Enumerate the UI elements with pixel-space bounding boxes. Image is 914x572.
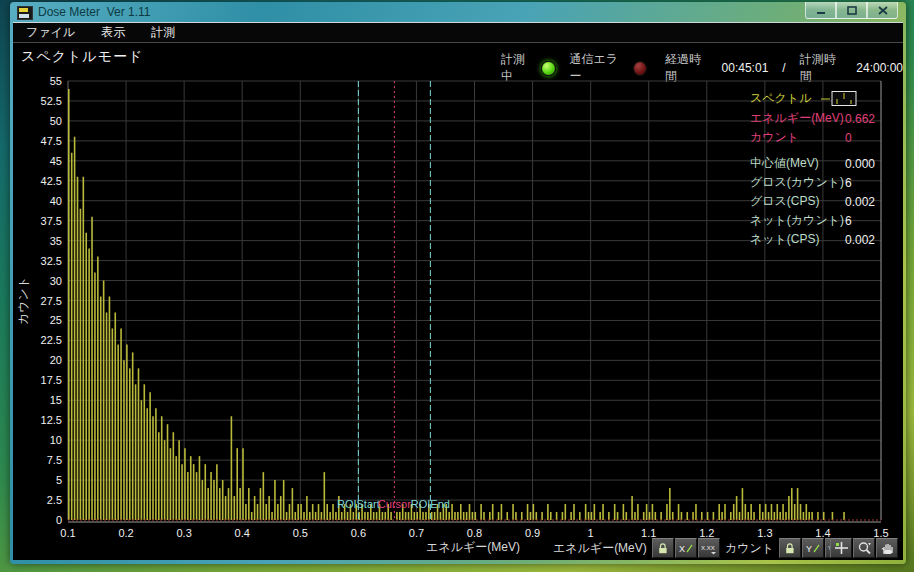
- y-lock-button[interactable]: [779, 538, 801, 558]
- readout-label: エネルギー(MeV): [750, 110, 845, 127]
- readout-row: ネット(CPS)0.002: [750, 230, 895, 249]
- y-tick-label: 10: [50, 434, 62, 446]
- x-scale-toolbar: エネルギー(MeV) X X.XX: [553, 538, 721, 558]
- pan-icon: [880, 541, 895, 555]
- y-tick-label: 22.5: [41, 334, 62, 346]
- zoom-button[interactable]: [853, 538, 875, 558]
- window-chrome: ファイル 表示 計測 スペクトルモード 計測中 通信エラー 経過時間 00:45…: [13, 22, 903, 560]
- y-axis-title: カウント: [16, 276, 30, 325]
- cursor-move-button[interactable]: [830, 538, 852, 558]
- readout-row: ネット(カウント)6: [750, 211, 895, 230]
- maximize-button[interactable]: [836, 2, 867, 19]
- x-tick-label: 0.2: [118, 527, 133, 539]
- minimize-button[interactable]: [805, 2, 836, 19]
- y-tick-label: 17.5: [41, 374, 62, 386]
- y-tick-label: 52.5: [41, 95, 62, 107]
- window-controls: [805, 2, 898, 19]
- x-tick-label: 0.3: [176, 527, 191, 539]
- y-tick-label: 12.5: [41, 414, 62, 426]
- spectrum-legend-icon[interactable]: [821, 90, 859, 107]
- readout-label: 中心値(MeV): [750, 155, 845, 172]
- title-bar[interactable]: Dose Meter Ver 1.11: [10, 2, 906, 22]
- x-scale-label: エネルギー(MeV): [553, 540, 647, 557]
- x-lock-button[interactable]: [652, 538, 674, 558]
- y-tick-label: 20: [50, 354, 62, 366]
- readout-value: 6: [845, 214, 895, 228]
- x-tick-label: 0.7: [409, 527, 424, 539]
- y-tick-label: 32.5: [41, 255, 62, 267]
- y-tick-label: 0: [56, 514, 62, 526]
- y-tick-label: 42.5: [41, 175, 62, 187]
- readout-row: カウント0: [750, 128, 895, 147]
- readout-row: グロス(カウント)6: [750, 173, 895, 192]
- close-button[interactable]: [867, 2, 898, 19]
- y-lock-icon: [784, 542, 796, 555]
- zoom-icon: [857, 541, 872, 555]
- x-tick-label: 0.4: [235, 527, 250, 539]
- readout-label: ネット(CPS): [750, 231, 845, 248]
- y-tick-label: 40: [50, 195, 62, 207]
- y-tick-label: 2.5: [47, 494, 62, 506]
- x-format-button[interactable]: X.XX: [698, 538, 720, 558]
- readout-value: 0.662: [845, 112, 895, 126]
- readout-label: ネット(カウント): [750, 212, 845, 229]
- y-tick-label: 55: [50, 75, 62, 87]
- client-area: スペクトルモード 計測中 通信エラー 経過時間 00:45:01 / 計測時間 …: [13, 43, 903, 560]
- readout-panel: スペクトル エネルギー(MeV)0.662カウント0中心値(MeV)0.000グ…: [750, 87, 895, 249]
- menu-measure[interactable]: 計測: [138, 24, 188, 41]
- app-icon-flap: [19, 8, 28, 12]
- app-icon-base: [19, 14, 29, 18]
- readout-value: 0: [845, 131, 895, 145]
- y-tick-label: 37.5: [41, 215, 62, 227]
- x-tick-label: 0.9: [525, 527, 540, 539]
- roi-start-label: ROIStart: [337, 498, 380, 510]
- readout-value: 0.002: [845, 195, 895, 209]
- x-tick-label: 0.8: [467, 527, 482, 539]
- window-title: Dose Meter Ver 1.11: [38, 5, 151, 19]
- x-tick-label: 0.5: [293, 527, 308, 539]
- readout-row: 中心値(MeV)0.000: [750, 154, 895, 173]
- y-tick-label: 45: [50, 155, 62, 167]
- y-tick-label: 25: [50, 314, 62, 326]
- maximize-icon: [847, 6, 857, 15]
- minimize-icon: [816, 6, 826, 15]
- readout-row: エネルギー(MeV)0.662: [750, 109, 895, 128]
- readout-value: 6: [845, 176, 895, 190]
- y-autoscale-icon: Y: [806, 542, 820, 555]
- app-icon: [17, 6, 33, 20]
- readout-label: カウント: [750, 129, 845, 146]
- roi-end-label: ROIEnd: [411, 498, 450, 510]
- readout-label: グロス(CPS): [750, 193, 845, 210]
- menu-bar: ファイル 表示 計測: [13, 22, 903, 43]
- y-tick-label: 15: [50, 394, 62, 406]
- y-scale-label: カウント: [725, 540, 774, 557]
- x-autoscale-icon: X: [679, 542, 693, 555]
- y-tick-label: 47.5: [41, 135, 62, 147]
- x-tick-label: 0.6: [351, 527, 366, 539]
- y-tick-label: 50: [50, 115, 62, 127]
- y-tick-label: 30: [50, 275, 62, 287]
- legend-label: スペクトル: [750, 90, 811, 107]
- menu-view[interactable]: 表示: [88, 24, 138, 41]
- pan-button[interactable]: [876, 538, 898, 558]
- y-tick-label: 7.5: [47, 454, 62, 466]
- close-icon: [878, 6, 888, 15]
- x-lock-icon: [657, 542, 669, 555]
- y-autoscale-button[interactable]: Y: [802, 538, 824, 558]
- readout-row: グロス(CPS)0.002: [750, 192, 895, 211]
- readout-label: グロス(カウント): [750, 174, 845, 191]
- cursor-label: Cursor: [378, 498, 411, 510]
- app-window: Dose Meter Ver 1.11 ファイル 表示 計測 スペ: [10, 2, 906, 564]
- svg-text:X: X: [679, 544, 685, 554]
- svg-text:Y: Y: [806, 544, 812, 554]
- readout-value: 0.002: [845, 233, 895, 247]
- x-autoscale-button[interactable]: X: [675, 538, 697, 558]
- readout-value: 0.000: [845, 157, 895, 171]
- readout-rows: エネルギー(MeV)0.662カウント0中心値(MeV)0.000グロス(カウン…: [750, 109, 895, 249]
- y-tick-label: 5: [56, 474, 62, 486]
- desktop: Dose Meter Ver 1.11 ファイル 表示 計測 スペ: [0, 0, 914, 572]
- x-tick-label: 0.1: [60, 527, 75, 539]
- x-format-icon: X.XX: [701, 542, 717, 555]
- svg-text:X.XX: X.XX: [701, 545, 715, 551]
- menu-file[interactable]: ファイル: [13, 24, 88, 41]
